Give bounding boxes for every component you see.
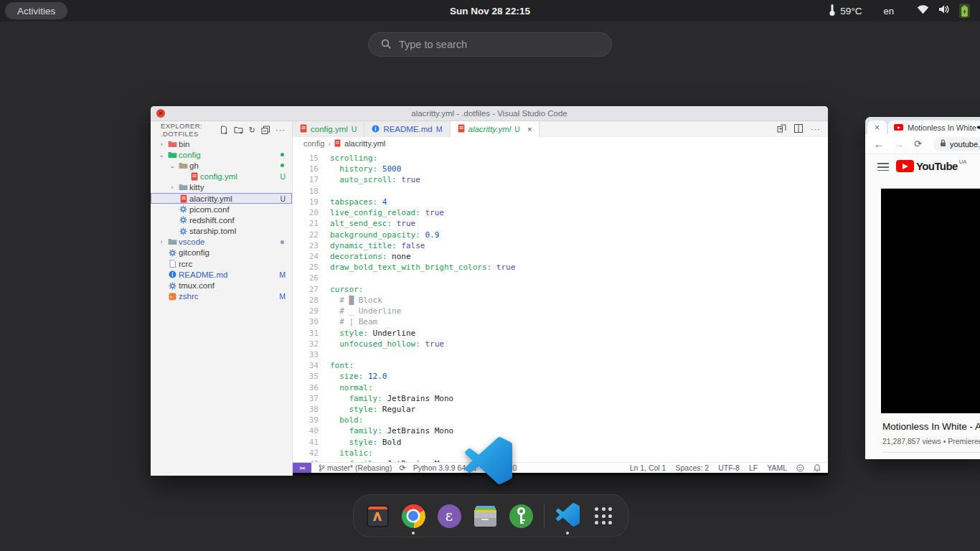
close-button[interactable]: ✕ — [156, 109, 165, 118]
svg-text:>_: >_ — [170, 294, 176, 300]
breadcrumb-file[interactable]: alacritty.yml — [344, 139, 385, 148]
dock-item-vscode[interactable] — [555, 503, 580, 529]
line-number: 36 — [293, 382, 319, 393]
line-number: 20 — [293, 207, 319, 218]
tree-item-zshrc[interactable]: >_zshrcM — [151, 291, 292, 302]
code-line: 34font: — [293, 360, 828, 371]
address-bar[interactable]: youtube.com/wa — [933, 137, 980, 151]
line-number: 31 — [293, 328, 319, 339]
breadcrumb-folder[interactable]: config — [303, 139, 324, 148]
tab-audio-icon[interactable] — [976, 123, 980, 133]
more-actions-icon[interactable]: ··· — [811, 125, 821, 133]
remote-indicator[interactable]: >< — [293, 463, 311, 473]
git-status-dot — [281, 164, 284, 167]
notifications-bell-icon[interactable] — [814, 464, 821, 472]
youtube-wordmark: YouTube — [916, 160, 958, 172]
refresh-icon[interactable]: ↻ — [249, 126, 255, 135]
collapse-folders-icon[interactable] — [261, 126, 270, 134]
tree-item-kitty[interactable]: ›kitty — [151, 182, 292, 193]
keyboard-layout[interactable]: en — [884, 6, 894, 17]
tab-readme-md[interactable]: README.mdM — [364, 121, 450, 137]
dock-item-emacs[interactable]: ε — [436, 503, 462, 529]
explorer-sidebar: EXPLORER: .DOTFILES ↻ ··· ›bin⌄config⌄gh… — [151, 121, 293, 476]
status-item-0[interactable]: Ln 1, Col 1 — [630, 463, 666, 472]
clock[interactable]: Sun Nov 28 22:15 — [450, 0, 530, 22]
info-icon — [372, 125, 380, 134]
forward-button[interactable]: → — [894, 138, 904, 150]
status-item-1[interactable]: Spaces: 2 — [675, 463, 709, 472]
tree-item-starship-toml[interactable]: starship.toml — [151, 226, 292, 237]
gear-icon — [177, 216, 189, 224]
git-branch-status[interactable]: master* (Rebasing) — [319, 463, 392, 472]
menu-icon[interactable] — [877, 163, 889, 174]
youtube-logo[interactable]: YouTube UA — [896, 159, 966, 172]
window-switcher — [0, 72, 980, 98]
video-title: Motionless In White - Anot — [882, 421, 980, 432]
new-file-icon[interactable] — [220, 126, 228, 134]
emacs-icon: ε — [438, 504, 461, 528]
code-line: 21alt_send_esc: true — [293, 218, 828, 229]
youtube-tab[interactable]: Motionless In White - / — [888, 121, 980, 134]
search-input[interactable]: Type to search — [368, 32, 612, 57]
dock-item-app-grid[interactable] — [590, 503, 616, 529]
vscode-titlebar[interactable]: ✕ alacritty.yml - .dotfiles - Visual Stu… — [151, 106, 828, 121]
line-number: 15 — [293, 153, 319, 164]
tree-item-bin[interactable]: ›bin — [151, 138, 292, 149]
background-tab-close[interactable]: × — [867, 121, 887, 134]
dock-item-alacritty[interactable]: Λ — [364, 503, 390, 529]
tree-item-alacritty-yml[interactable]: alacritty.ymlU — [151, 193, 292, 204]
divider — [882, 452, 980, 453]
status-item-2[interactable]: UTF-8 — [718, 463, 740, 472]
split-editor-icon[interactable] — [794, 123, 803, 136]
code-text: # █ Block — [319, 295, 382, 306]
tree-item-gitconfig[interactable]: gitconfig — [151, 248, 292, 258]
new-folder-icon[interactable] — [234, 126, 243, 134]
tree-item-gh[interactable]: ⌄gh — [151, 160, 292, 171]
code-line: 31 style: Underline — [293, 328, 828, 339]
code-text: style: Regular — [319, 404, 415, 415]
activities-button[interactable]: Activities — [5, 2, 67, 19]
folder-icon — [166, 151, 179, 159]
tab-git-badge: U — [352, 125, 357, 133]
url-text: youtube.com/wa — [950, 140, 980, 149]
tree-item-tmux-conf[interactable]: tmux.conf — [151, 280, 292, 291]
tree-item-config[interactable]: ⌄config — [151, 149, 292, 160]
tab-title: Motionless In White - / — [908, 123, 980, 132]
code-editor[interactable]: 15scrolling:16 history: 500017 auto_scro… — [293, 150, 828, 462]
tab-config-yml[interactable]: config.ymlU — [293, 121, 364, 137]
file-label: picom.conf — [189, 205, 230, 214]
tree-item-picom-conf[interactable]: picom.conf — [151, 204, 292, 215]
shell-icon: >_ — [166, 293, 179, 301]
code-text: unfocused_hollow: true — [319, 339, 444, 349]
search-icon — [381, 39, 391, 51]
tree-item-redshift-conf[interactable]: redshift.conf — [151, 215, 292, 225]
tree-item-readme-md[interactable]: README.mdM — [151, 269, 292, 280]
tree-item-config-yml[interactable]: config.ymlU — [151, 171, 292, 182]
sync-icon[interactable]: ⟳ — [399, 463, 405, 473]
dock-item-files[interactable] — [472, 503, 498, 529]
tab-label: alacritty.yml — [468, 125, 512, 133]
close-tab-icon[interactable]: × — [527, 125, 532, 133]
file-label: zshrc — [179, 292, 198, 301]
reload-button[interactable]: ⟳ — [914, 138, 922, 149]
more-actions-icon[interactable]: ··· — [275, 126, 286, 134]
dock-item-keepassxc[interactable] — [508, 503, 534, 529]
status-item-4[interactable]: YAML — [767, 463, 787, 472]
tree-item-vscode[interactable]: ›vscode — [151, 237, 292, 248]
feedback-icon[interactable] — [796, 464, 804, 472]
open-changes-icon[interactable] — [777, 123, 786, 136]
keepassxc-icon — [509, 504, 533, 528]
dock-item-chrome[interactable] — [400, 503, 426, 529]
tab-alacritty-yml[interactable]: alacritty.ymlU× — [451, 121, 540, 137]
back-button[interactable]: ← — [874, 138, 884, 150]
line-number: 27 — [293, 284, 319, 295]
video-player[interactable] — [881, 188, 980, 413]
breadcrumb[interactable]: config › alacritty.yml — [293, 137, 828, 150]
git-status-badge: M — [279, 270, 286, 279]
close-tab-icon[interactable]: × — [875, 123, 880, 133]
file-label: gh — [189, 161, 199, 170]
code-line: 36 normal: — [293, 382, 828, 393]
tree-item-rcrc[interactable]: rcrc — [151, 258, 292, 269]
status-item-3[interactable]: LF — [749, 463, 758, 472]
system-indicators[interactable]: 59°C en — [829, 0, 970, 22]
